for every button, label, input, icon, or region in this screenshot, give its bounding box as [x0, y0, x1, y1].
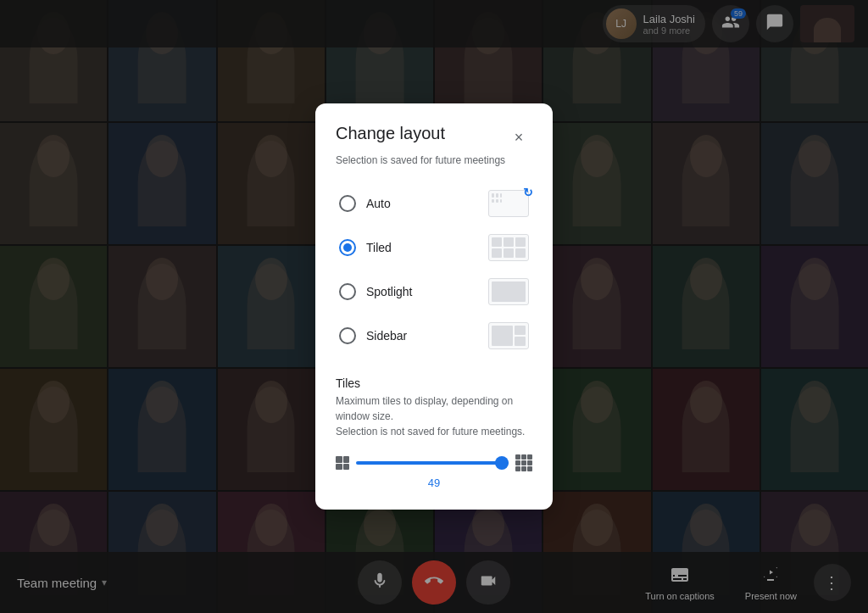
slider-row	[336, 453, 532, 473]
tiles-description: Maximum tiles to display, depending on w…	[336, 393, 532, 439]
dialog-header: Change layout ×	[336, 124, 532, 151]
radio-sidebar	[339, 327, 356, 344]
tiles-small-icon	[336, 456, 349, 470]
dialog-close-button[interactable]: ×	[505, 124, 532, 151]
slider-thumb[interactable]	[495, 456, 509, 470]
change-layout-dialog: Change layout × Selection is saved for f…	[315, 103, 553, 510]
radio-spotlight	[339, 283, 356, 300]
layout-auto-label: Auto	[366, 197, 391, 210]
layout-option-auto[interactable]: Auto ↻	[336, 183, 532, 224]
layout-option-sidebar[interactable]: Sidebar	[336, 315, 532, 356]
tiles-section: Tiles Maximum tiles to display, dependin…	[336, 376, 532, 489]
tiled-preview	[488, 234, 529, 261]
dialog-title: Change layout	[336, 124, 445, 143]
tiles-title: Tiles	[336, 376, 532, 390]
radio-auto	[339, 195, 356, 212]
auto-preview: ↻	[488, 190, 529, 217]
layout-option-spotlight[interactable]: Spotlight	[336, 271, 532, 312]
layout-option-auto-left: Auto	[339, 195, 391, 212]
slider-value: 49	[336, 476, 532, 489]
layout-option-spotlight-left: Spotlight	[339, 283, 412, 300]
layout-sidebar-label: Sidebar	[366, 329, 407, 343]
layout-option-tiled-left: Tiled	[339, 239, 392, 256]
spotlight-preview	[488, 278, 529, 305]
auto-refresh-icon: ↻	[523, 186, 533, 199]
layout-tiled-label: Tiled	[366, 241, 392, 254]
layout-option-tiled[interactable]: Tiled	[336, 227, 532, 268]
layout-options: Auto ↻ Tile	[336, 183, 532, 356]
sidebar-preview	[488, 322, 529, 349]
tiles-slider-container[interactable]	[356, 453, 509, 473]
layout-option-sidebar-left: Sidebar	[339, 327, 407, 344]
tiles-large-icon	[515, 454, 532, 471]
slider-section: 49	[336, 453, 532, 489]
radio-tiled	[339, 239, 356, 256]
layout-spotlight-label: Spotlight	[366, 285, 412, 298]
slider-track	[356, 461, 509, 465]
modal-overlay: Change layout × Selection is saved for f…	[0, 0, 868, 613]
dialog-subtitle: Selection is saved for future meetings	[336, 154, 532, 166]
